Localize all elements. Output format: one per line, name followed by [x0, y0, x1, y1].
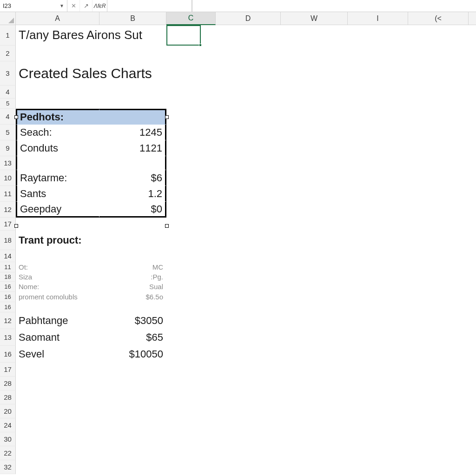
cell[interactable] — [469, 262, 476, 272]
row-header[interactable]: 13 — [0, 156, 16, 170]
cell[interactable] — [166, 86, 216, 99]
cell[interactable] — [469, 377, 476, 390]
cell[interactable] — [408, 186, 469, 202]
cell[interactable] — [166, 363, 216, 377]
cell[interactable] — [166, 156, 216, 170]
cell[interactable] — [348, 292, 408, 302]
cell[interactable] — [166, 125, 216, 140]
cell[interactable] — [281, 156, 348, 170]
cell[interactable] — [469, 218, 476, 231]
row-header[interactable]: 10 — [0, 170, 16, 186]
col-header-U[interactable]: U — [469, 12, 476, 25]
cell[interactable] — [216, 390, 281, 404]
spreadsheet-grid[interactable]: A B C D W I (< U 1 T/any Bares Airons Su… — [0, 12, 476, 476]
row-header[interactable]: 4 — [0, 86, 16, 99]
cell[interactable] — [348, 262, 408, 272]
cell[interactable] — [99, 418, 166, 432]
cell[interactable] — [216, 292, 281, 302]
cell[interactable] — [166, 418, 216, 432]
cell[interactable] — [281, 292, 348, 302]
cell[interactable] — [469, 404, 476, 418]
cell[interactable] — [281, 170, 348, 186]
box-label[interactable]: Raytarme: — [16, 170, 99, 186]
cell[interactable] — [216, 170, 281, 186]
cell[interactable] — [408, 86, 469, 99]
row-header[interactable]: 3 — [0, 61, 16, 86]
cell[interactable] — [216, 61, 281, 86]
cell[interactable] — [16, 156, 99, 170]
total-label[interactable]: Pabhtange — [16, 312, 99, 329]
cell[interactable] — [348, 186, 408, 202]
cell[interactable] — [16, 432, 99, 446]
row-header[interactable]: 18 — [0, 272, 16, 282]
cell[interactable] — [166, 292, 216, 302]
total-value[interactable]: $10050 — [99, 346, 166, 363]
cell[interactable] — [281, 99, 348, 109]
cell[interactable] — [99, 404, 166, 418]
cell[interactable] — [281, 282, 348, 292]
cell[interactable] — [281, 186, 348, 202]
row-header[interactable]: 24 — [0, 418, 16, 432]
cell[interactable] — [408, 432, 469, 446]
cell[interactable] — [281, 329, 348, 346]
row-header[interactable]: 16 — [0, 292, 16, 302]
cell[interactable] — [469, 202, 476, 218]
cell[interactable] — [348, 432, 408, 446]
cell[interactable] — [469, 363, 476, 377]
cell[interactable] — [16, 446, 99, 460]
cell[interactable] — [469, 250, 476, 262]
section-header[interactable]: Trant prouct: — [16, 231, 166, 250]
cell[interactable] — [408, 446, 469, 460]
cell[interactable] — [408, 25, 469, 46]
cell[interactable] — [216, 329, 281, 346]
cell[interactable] — [166, 432, 216, 446]
cell[interactable] — [408, 292, 469, 302]
cell[interactable] — [166, 282, 216, 292]
cell[interactable] — [281, 231, 348, 250]
cell[interactable] — [408, 250, 469, 262]
cell[interactable] — [408, 61, 469, 86]
box-label[interactable]: Sants — [16, 186, 99, 202]
cell[interactable] — [216, 418, 281, 432]
cell[interactable] — [408, 125, 469, 140]
cell[interactable] — [408, 231, 469, 250]
cell[interactable] — [281, 390, 348, 404]
cell[interactable] — [348, 312, 408, 329]
cell[interactable] — [281, 125, 348, 140]
cell[interactable] — [408, 329, 469, 346]
cell[interactable] — [216, 282, 281, 292]
cell[interactable] — [166, 186, 216, 202]
cell[interactable] — [99, 109, 166, 125]
cell[interactable] — [408, 109, 469, 125]
cell[interactable] — [348, 377, 408, 390]
cell[interactable] — [348, 302, 408, 312]
cell[interactable] — [348, 460, 408, 474]
cell[interactable] — [469, 272, 476, 282]
cell[interactable] — [281, 262, 348, 272]
fx-label[interactable]: ΛfєR — [93, 0, 107, 12]
row-header[interactable]: 12 — [0, 202, 16, 218]
faint-label[interactable]: Siza — [16, 272, 99, 282]
row-header[interactable]: 16 — [0, 346, 16, 363]
cell[interactable] — [348, 329, 408, 346]
cell[interactable] — [16, 302, 99, 312]
cell[interactable] — [216, 46, 281, 61]
cell[interactable] — [408, 140, 469, 156]
cell[interactable] — [408, 312, 469, 329]
name-box-dropdown-icon[interactable]: ▼ — [60, 3, 64, 8]
col-header-W[interactable]: W — [281, 12, 348, 25]
cell[interactable] — [408, 302, 469, 312]
cell[interactable] — [348, 250, 408, 262]
cell[interactable] — [99, 377, 166, 390]
cell[interactable] — [348, 99, 408, 109]
cell[interactable] — [281, 363, 348, 377]
cell[interactable] — [216, 432, 281, 446]
cell[interactable] — [469, 46, 476, 61]
cell[interactable] — [348, 404, 408, 418]
select-all-corner[interactable] — [0, 12, 16, 25]
row-header[interactable]: 5 — [0, 125, 16, 140]
row-header[interactable]: 13 — [0, 329, 16, 346]
row-header[interactable]: 11 — [0, 186, 16, 202]
cell[interactable] — [216, 186, 281, 202]
cell[interactable] — [216, 272, 281, 282]
